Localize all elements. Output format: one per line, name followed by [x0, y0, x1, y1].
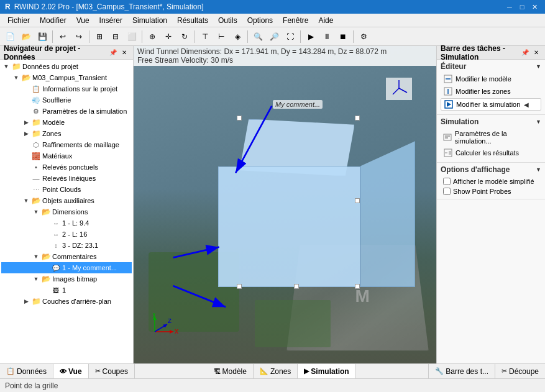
action-modifier-simulation[interactable]: Modifier la simulation ◀	[441, 98, 541, 111]
expand-icon-modele[interactable]: ▶	[21, 117, 31, 127]
expand-icon-root[interactable]: ▼	[1, 62, 11, 71]
menu-aide[interactable]: Aide	[313, 14, 338, 27]
tree-item-commentaires[interactable]: ▼ 📂 Commentaires	[1, 251, 132, 262]
tree-item-dim2[interactable]: ▶ ↔ 2 - L: 16	[1, 229, 132, 240]
svg-line-1	[399, 88, 407, 93]
section-opt-arrow: ▼	[536, 166, 541, 173]
right-panel-pin-btn[interactable]: 📌	[520, 48, 530, 58]
tb-open[interactable]: 📂	[19, 29, 34, 44]
expand-icon-comm[interactable]: ▼	[31, 252, 41, 262]
dim-folder-icon: 📂	[41, 207, 51, 216]
expand-icon-zones[interactable]: ▶	[21, 129, 31, 139]
tb-mesh[interactable]: ⊟	[108, 29, 123, 44]
tab-vue[interactable]: 👁 Vue	[53, 364, 89, 378]
tb-view-3d[interactable]: ◈	[230, 29, 245, 44]
tb-pause[interactable]: ⏸	[319, 29, 334, 44]
tree-item-zones[interactable]: ▶ 📁 Zones	[1, 128, 132, 139]
modele-tab-icon: 🏗	[214, 368, 221, 375]
tb-zoom-out[interactable]: 🔎	[267, 29, 282, 44]
axes-indicator: x y z	[149, 313, 180, 338]
tb-wireframe[interactable]: ⬜	[124, 29, 139, 44]
tree-item-info[interactable]: ▶ 📋 Informations sur le projet	[1, 83, 132, 94]
modifier-zones-icon	[443, 87, 453, 96]
tb-select[interactable]: ⊕	[145, 29, 160, 44]
action-modifier-modele[interactable]: Modifier le modèle	[441, 73, 541, 84]
checkbox-show-point-probes[interactable]	[443, 188, 451, 195]
action-calculer[interactable]: Calculer les résultats	[441, 147, 541, 158]
expand-icon-couches[interactable]: ▶	[21, 296, 31, 306]
tree-item-comment1[interactable]: ▶ 💬 1 - My comment...	[1, 262, 132, 273]
action-params-sim[interactable]: Paramètres de la simulation...	[441, 129, 541, 146]
right-panel-close-btn[interactable]: ✕	[531, 48, 541, 58]
tree-item-dimensions[interactable]: ▼ 📂 Dimensions	[1, 206, 132, 217]
tree-item-params[interactable]: ▶ ⚙ Paramètres de la simulation	[1, 106, 132, 117]
tb-stop[interactable]: ⏹	[336, 29, 350, 44]
tb-settings[interactable]: ⚙	[356, 29, 371, 44]
tab-donnees[interactable]: 📋 Données	[0, 364, 53, 378]
tree-item-root[interactable]: ▼ 📁 Données du projet	[1, 61, 132, 72]
active-indicator: ◀	[524, 101, 529, 108]
tree-item-releves-lineaires[interactable]: ▶ — Relevés linéiques	[1, 173, 132, 184]
tb-save[interactable]: 💾	[35, 29, 50, 44]
checkbox-afficher-simplifie[interactable]	[443, 178, 451, 185]
params-sim-label: Paramètres de la simulation...	[455, 130, 539, 145]
tab-simulation[interactable]: ▶ Simulation	[298, 364, 355, 378]
green-area-mid	[255, 300, 331, 348]
tree-item-couches[interactable]: ▶ 📁 Couches d'arrière-plan	[1, 296, 132, 307]
tree-container[interactable]: ▼ 📁 Données du projet ▼ 📂 M03_Campus_Tra…	[0, 60, 133, 363]
tab-modele[interactable]: 🏗 Modèle	[208, 364, 254, 378]
tree-item-dim3[interactable]: ▶ ↕ 3 - DZ: 23.1	[1, 240, 132, 251]
tab-coupes[interactable]: ✂ Coupes	[89, 364, 135, 378]
tb-rotate[interactable]: ↻	[177, 29, 192, 44]
tb-undo[interactable]: ↩	[55, 29, 70, 44]
menu-vue[interactable]: Vue	[71, 14, 94, 27]
tree-item-soufflerie[interactable]: ▶ 💨 Soufflerie	[1, 94, 132, 106]
tab-zones[interactable]: 📐 Zones	[254, 364, 298, 378]
menu-fenetre[interactable]: Fenêtre	[278, 14, 313, 27]
tb-sep-2	[89, 30, 89, 43]
menu-fichier[interactable]: Fichier	[2, 14, 35, 27]
tb-view-top[interactable]: ⊤	[198, 29, 213, 44]
viewport[interactable]: Wind Tunnel Dimensions: Dx = 171.941 m, …	[134, 46, 436, 363]
tree-item-objets-aux[interactable]: ▼ 📂 Objets auxiliaires	[1, 195, 132, 206]
tab-barre-des[interactable]: 🔧 Barre des t...	[428, 364, 495, 378]
tb-move[interactable]: ✛	[161, 29, 176, 44]
tb-redo[interactable]: ↪	[71, 29, 86, 44]
menu-modifier[interactable]: Modifier	[35, 14, 71, 27]
tree-item-materiaux[interactable]: ▶ 🧱 Matériaux	[1, 150, 132, 162]
menu-simulation[interactable]: Simulation	[127, 14, 172, 27]
tab-decoupe[interactable]: ✂ Découpe	[495, 364, 545, 378]
menu-options[interactable]: Options	[242, 14, 278, 27]
panel-pin-btn[interactable]: 📌	[108, 48, 118, 58]
tree-item-dim1[interactable]: ▶ ↔ 1 - L: 9.4	[1, 217, 132, 229]
building-side	[360, 141, 415, 287]
tree-label-img1: 1	[62, 286, 66, 294]
minimize-button[interactable]: ─	[504, 1, 515, 12]
menu-resultats[interactable]: Résultats	[172, 14, 213, 27]
tb-grid[interactable]: ⊞	[92, 29, 107, 44]
expand-icon-img[interactable]: ▼	[31, 274, 41, 284]
tree-item-releves-ponctuels[interactable]: ▶ • Relevés ponctuels	[1, 162, 132, 173]
maximize-button[interactable]: □	[516, 1, 528, 12]
tree-item-modele[interactable]: ▶ 📁 Modèle	[1, 117, 132, 128]
tree-item-img1[interactable]: ▶ 🖼 1	[1, 285, 132, 296]
tb-zoom-fit[interactable]: ⛶	[283, 29, 298, 44]
section-editeur-arrow: ▼	[536, 63, 541, 70]
panel-close-btn[interactable]: ✕	[119, 48, 129, 58]
tree-item-raffinements[interactable]: ▶ ⬡ Raffinements de maillage	[1, 139, 132, 150]
action-modifier-zones[interactable]: Modifier les zones	[441, 86, 541, 97]
tree-item-images[interactable]: ▼ 📂 Images bitmap	[1, 273, 132, 285]
tb-zoom-in[interactable]: 🔍	[250, 29, 265, 44]
expand-icon-project[interactable]: ▼	[11, 73, 21, 83]
tb-view-front[interactable]: ⊢	[214, 29, 229, 44]
close-button[interactable]: ✕	[529, 1, 540, 12]
tree-item-point-clouds[interactable]: ▶ ⋯ Point Clouds	[1, 184, 132, 195]
tree-item-project[interactable]: ▼ 📂 M03_Campus_Transient	[1, 72, 132, 83]
tb-render[interactable]: ▶	[303, 29, 318, 44]
tb-new[interactable]: 📄	[2, 29, 17, 44]
menu-inserer[interactable]: Insérer	[94, 14, 127, 27]
viewport-3d[interactable]: M My comment...	[134, 46, 436, 363]
expand-icon-aux[interactable]: ▼	[21, 196, 31, 206]
expand-icon-dim[interactable]: ▼	[31, 207, 41, 217]
menu-outils[interactable]: Outils	[213, 14, 242, 27]
